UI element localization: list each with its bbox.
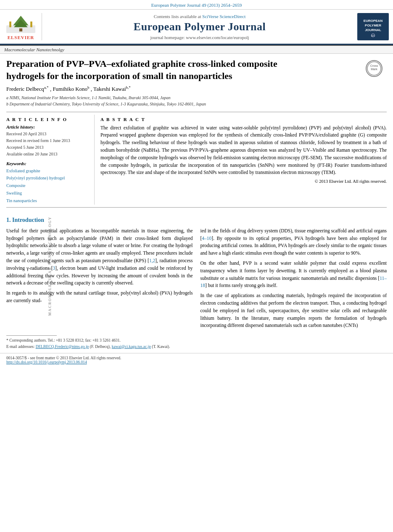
right-para2: On the other hand, PVP is a second water… [200,260,387,290]
revised-date: Received in revised form 1 June 2013 [6,137,89,144]
svg-text:Mark: Mark [371,68,377,71]
footer-bar: 0014-3057/$ - see front matter © 2013 El… [0,353,393,367]
svg-text:POLYMER: POLYMER [365,24,381,27]
elsevier-tree-icon [5,14,37,35]
email2-person: (T. Kawai). [152,345,170,349]
svg-text:EUROPEAN: EUROPEAN [364,19,383,23]
keyword-3[interactable]: Composite [6,182,89,190]
svg-rect-5 [30,21,32,27]
email1-link[interactable]: DELBECQ.Frederic@nims.go.jp [36,345,89,349]
body-divider [6,207,387,208]
author3-sup: b,* [126,85,131,90]
elsevier-brand: ELSEVIER [8,35,34,40]
ref-3[interactable]: 3 [53,266,55,271]
body-right-col: ied in the fields of drug delivery syste… [200,227,387,332]
email2-link[interactable]: kawai@ci.kagu.tus.ac.jp [112,345,151,349]
doi-link[interactable]: http://dx.doi.org/10.1016/j.eurpolymj.20… [6,360,87,364]
svg-text:Cross: Cross [370,64,378,67]
article-info-heading: A R T I C L E I N F O [6,117,89,122]
affil2: b Department of Industrial Chemistry, To… [6,101,387,107]
keyword-4[interactable]: Swelling [6,190,89,197]
email1-person: (F. Delbecq), [90,345,111,349]
available-date: Available online 20 June 2013 [6,151,89,158]
author2-sup: b [87,85,90,90]
abstract-section: A B S T R A C T The direct exfoliation o… [95,115,387,205]
svg-text:EPJ: EPJ [371,34,375,37]
journal-homepage: journal homepage: www.elsevier.com/locat… [150,35,249,40]
right-para1: ied in the fields of drug delivery syste… [200,227,387,257]
accepted-date: Accepted 5 June 2013 [6,144,89,151]
keyword-5[interactable]: Tin nanoparticles [6,197,89,205]
copyright-line: © 2013 Elsevier Ltd. All rights reserved… [100,178,387,185]
right-para3: In the case of applications as conductin… [200,292,387,329]
journal-citation: European Polymer Journal 49 (2013) 2654–… [151,3,242,8]
affil1: a NIMS, National Institute For Materials… [6,95,387,101]
author2-name: , Fumihiko Kono [50,86,87,92]
keyword-2[interactable]: Poly(vinyl pyrrolidone) hydrogel [6,174,89,182]
paper-title: Preparation of PVP–PVA–exfoliated graphi… [6,58,301,82]
authors-line: Frederic Delbecqa,* , Fumihiko Konob , T… [6,85,387,92]
ref-1-2[interactable]: 1,2 [149,258,155,263]
svg-rect-3 [19,28,22,31]
svg-text:JOURNAL: JOURNAL [365,28,381,32]
paper-header: Preparation of PVP–PVA–exfoliated graphi… [0,54,393,109]
abstract-text: The direct exfoliation of graphite was a… [100,124,387,185]
sciverse-line: Contents lists available at SciVerse Sci… [154,14,245,19]
body-text-section: Useful for their potential applications … [0,227,393,332]
keywords-heading: Keywords: [6,161,89,166]
section-label: Macromolecular Nanotechnolgy [0,45,393,54]
footer-doi: http://dx.doi.org/10.1016/j.eurpolymj.20… [6,360,387,364]
abstract-heading: A B S T R A C T [100,117,387,122]
footnote-divider [6,335,57,336]
journal-badge: EUROPEAN POLYMER JOURNAL EPJ [357,13,389,40]
top-bar: European Polymer Journal 49 (2013) 2654–… [0,0,393,10]
affiliations: a NIMS, National Institute For Materials… [6,95,387,107]
side-label: MACROMOLECULAR NANOTECHNOLOGY [47,216,52,316]
email-note: E-mail addresses: DELBECQ.Frederic@nims.… [6,344,387,350]
author1-name: Frederic Delbecq [6,86,44,92]
footnotes-section: * Corresponding authors. Tel.: +81 3 522… [0,337,393,350]
article-info-section: A R T I C L E I N F O Article history: R… [0,115,393,205]
article-info-left: A R T I C L E I N F O Article history: R… [6,115,95,205]
body-left-col: Useful for their potential applications … [6,227,193,332]
intro-para2: In regards to its analogy with the natur… [6,290,193,305]
footer-line1: 0014-3057/$ - see front matter © 2013 El… [6,356,387,360]
journal-center: Contents lists available at SciVerse Sci… [46,13,353,40]
ref-11-18[interactable]: 11–18 [200,276,387,288]
received-date: Received 20 April 2013 [6,131,89,137]
elsevier-logo: ELSEVIER [4,13,42,40]
author1-sup: a,* [44,85,49,90]
article-history-label: Article history: [6,124,89,129]
crossmark-badge: Cross Mark [366,60,382,77]
keyword-1[interactable]: Exfoliated graphite [6,167,89,175]
corresponding-note: * Corresponding authors. Tel.: +81 3 522… [6,337,387,343]
journal-title: European Polymer Journal [134,21,266,33]
badge-icon: EUROPEAN POLYMER JOURNAL EPJ [361,15,385,38]
intro-section: 1. Introduction [0,210,393,227]
intro-heading: 1. Introduction [6,217,387,224]
email-label: E-mail addresses: [6,345,34,349]
rechargeable-text: rechargeable [362,308,387,313]
sciverse-link[interactable]: SciVerse ScienceDirect [202,14,245,19]
ref-4-10[interactable]: 4–10 [202,236,211,241]
journal-header: ELSEVIER Contents lists available at Sci… [0,10,393,45]
header-divider [6,112,387,112]
svg-rect-4 [9,21,11,27]
author3-name: , Takeshi Kawai [91,86,126,92]
crossmark[interactable]: Cross Mark [364,60,385,77]
intro-para1: Useful for their potential applications … [6,227,193,287]
